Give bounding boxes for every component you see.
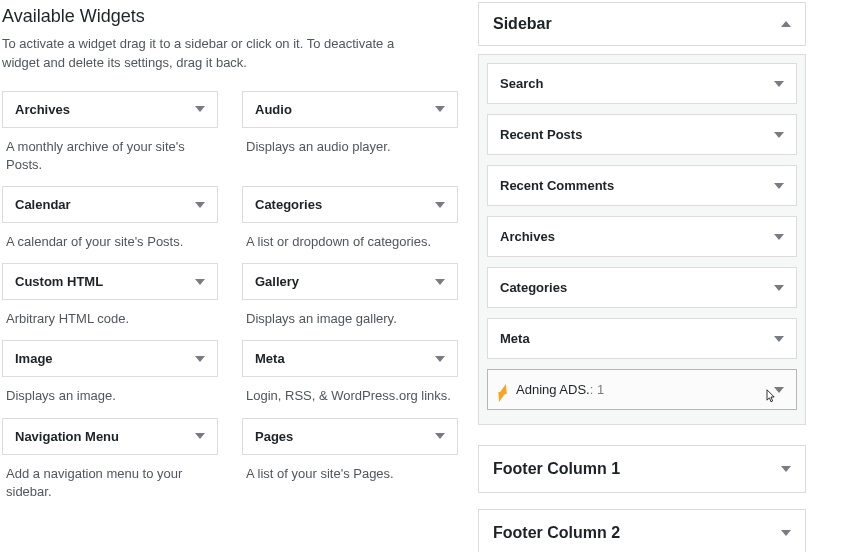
chevron-down-icon bbox=[195, 356, 205, 362]
lightning-icon bbox=[499, 384, 510, 394]
sidebar-widget-title: Recent Comments bbox=[500, 178, 614, 193]
available-widget: Custom HTMLArbitrary HTML code. bbox=[2, 263, 218, 328]
available-widget-desc: Displays an audio player. bbox=[242, 128, 458, 156]
chevron-down-icon bbox=[774, 81, 784, 87]
available-widget: Navigation MenuAdd a navigation menu to … bbox=[2, 418, 218, 501]
chevron-down-icon bbox=[435, 106, 445, 112]
available-widget-title: Calendar bbox=[15, 197, 71, 212]
available-widget-desc: Displays an image gallery. bbox=[242, 300, 458, 328]
available-widget: MetaLogin, RSS, & WordPress.org links. bbox=[242, 340, 458, 405]
available-widget-title: Archives bbox=[15, 102, 70, 117]
available-widget-header[interactable]: Calendar bbox=[2, 186, 218, 223]
available-widget-header[interactable]: Custom HTML bbox=[2, 263, 218, 300]
chevron-down-icon bbox=[781, 466, 791, 472]
sidebar-widget[interactable]: Categories bbox=[487, 267, 797, 308]
chevron-down-icon bbox=[435, 433, 445, 439]
available-widget-header[interactable]: Audio bbox=[242, 91, 458, 128]
available-widget-header[interactable]: Image bbox=[2, 340, 218, 377]
available-widget-title: Image bbox=[15, 351, 53, 366]
widget-area-header[interactable]: Footer Column 2 bbox=[478, 509, 806, 552]
sidebar-widget-title: Categories bbox=[500, 280, 567, 295]
sidebar-widget[interactable]: Archives bbox=[487, 216, 797, 257]
available-widget: GalleryDisplays an image gallery. bbox=[242, 263, 458, 328]
available-widget-header[interactable]: Navigation Menu bbox=[2, 418, 218, 455]
available-widget-desc: Arbitrary HTML code. bbox=[2, 300, 218, 328]
available-widget-header[interactable]: Pages bbox=[242, 418, 458, 455]
widget-area-title: Footer Column 1 bbox=[493, 460, 620, 478]
chevron-down-icon bbox=[774, 132, 784, 138]
chevron-down-icon bbox=[195, 433, 205, 439]
available-widget-title: Pages bbox=[255, 429, 293, 444]
sidebar-widget[interactable]: Search bbox=[487, 63, 797, 104]
sidebar-widget-title: Meta bbox=[500, 331, 530, 346]
chevron-down-icon bbox=[435, 202, 445, 208]
available-widget-title: Meta bbox=[255, 351, 285, 366]
chevron-down-icon bbox=[774, 285, 784, 291]
available-widget-title: Navigation Menu bbox=[15, 429, 119, 444]
chevron-down-icon bbox=[774, 336, 784, 342]
chevron-down-icon bbox=[781, 530, 791, 536]
available-widget-desc: Add a navigation menu to your sidebar. bbox=[2, 455, 218, 501]
available-widget-title: Audio bbox=[255, 102, 292, 117]
page-title: Available Widgets bbox=[2, 6, 458, 27]
available-widget: CategoriesA list or dropdown of categori… bbox=[242, 186, 458, 251]
available-widget-header[interactable]: Archives bbox=[2, 91, 218, 128]
chevron-down-icon bbox=[195, 106, 205, 112]
chevron-down-icon bbox=[774, 234, 784, 240]
available-widget-title: Gallery bbox=[255, 274, 299, 289]
sidebar-widget-title: Search bbox=[500, 76, 543, 91]
available-widget: ImageDisplays an image. bbox=[2, 340, 218, 405]
available-widget-header[interactable]: Categories bbox=[242, 186, 458, 223]
available-widget: AudioDisplays an audio player. bbox=[242, 91, 458, 174]
sidebar-widget[interactable]: Meta bbox=[487, 318, 797, 359]
available-widget-desc: A list or dropdown of categories. bbox=[242, 223, 458, 251]
chevron-down-icon bbox=[195, 202, 205, 208]
sidebar-widget-title: Adning ADS.: 1 bbox=[516, 382, 604, 397]
available-widget: CalendarA calendar of your site's Posts. bbox=[2, 186, 218, 251]
available-widget-desc: Login, RSS, & WordPress.org links. bbox=[242, 377, 458, 405]
sidebar-widget-title: Archives bbox=[500, 229, 555, 244]
chevron-down-icon bbox=[435, 356, 445, 362]
sidebar-widget[interactable]: Recent Posts bbox=[487, 114, 797, 155]
available-widget: ArchivesA monthly archive of your site's… bbox=[2, 91, 218, 174]
available-widget-desc: A list of your site's Pages. bbox=[242, 455, 458, 483]
widget-area-header[interactable]: Footer Column 1 bbox=[478, 445, 806, 493]
available-widget: PagesA list of your site's Pages. bbox=[242, 418, 458, 501]
chevron-down-icon bbox=[774, 387, 784, 393]
available-widget-header[interactable]: Gallery bbox=[242, 263, 458, 300]
page-subtext: To activate a widget drag it to a sideba… bbox=[2, 35, 422, 73]
chevron-up-icon bbox=[781, 21, 791, 27]
widget-area-title: Footer Column 2 bbox=[493, 524, 620, 542]
sidebar-area-title: Sidebar bbox=[493, 15, 552, 33]
available-widget-desc: A calendar of your site's Posts. bbox=[2, 223, 218, 251]
sidebar-area-header[interactable]: Sidebar bbox=[478, 2, 806, 46]
available-widget-header[interactable]: Meta bbox=[242, 340, 458, 377]
chevron-down-icon bbox=[774, 183, 784, 189]
sidebar-area-body: SearchRecent PostsRecent CommentsArchive… bbox=[478, 54, 806, 425]
available-widget-desc: A monthly archive of your site's Posts. bbox=[2, 128, 218, 174]
available-widget-title: Custom HTML bbox=[15, 274, 103, 289]
chevron-down-icon bbox=[195, 279, 205, 285]
available-widget-desc: Displays an image. bbox=[2, 377, 218, 405]
sidebar-widget-title: Recent Posts bbox=[500, 127, 582, 142]
sidebar-widget[interactable]: Recent Comments bbox=[487, 165, 797, 206]
available-widget-title: Categories bbox=[255, 197, 322, 212]
chevron-down-icon bbox=[435, 279, 445, 285]
sidebar-widget-adning[interactable]: Adning ADS.: 1 bbox=[487, 369, 797, 410]
